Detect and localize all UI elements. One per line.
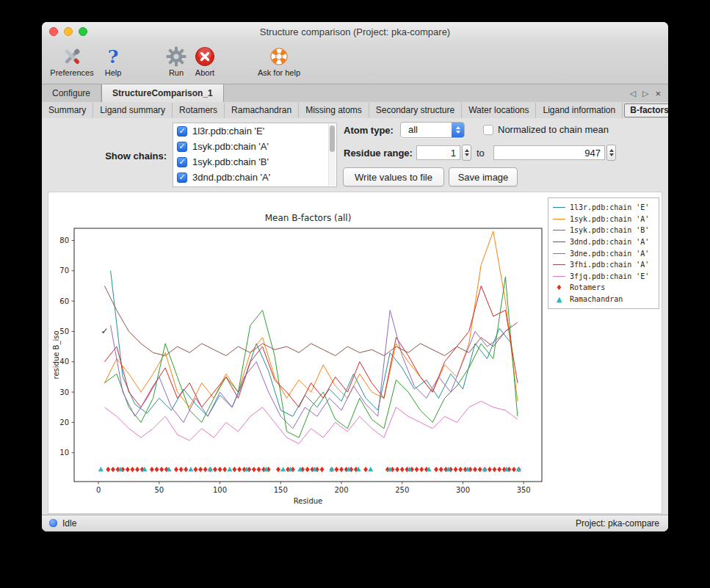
legend-label: 1syk.pdb:chain 'B'	[570, 226, 649, 234]
svg-text:10: 10	[59, 449, 69, 457]
tab-close-icon[interactable]: ×	[655, 88, 661, 99]
svg-text:80: 80	[59, 236, 69, 244]
write-values-button[interactable]: Write values to file	[343, 167, 444, 186]
tab-prev-icon[interactable]: ◁	[629, 89, 635, 98]
tab-ligand-summary[interactable]: Ligand summary	[93, 103, 173, 118]
svg-text:70: 70	[59, 266, 69, 275]
svg-text:350: 350	[517, 486, 531, 494]
chain-checkbox[interactable]: ✓	[177, 173, 187, 183]
abort-icon	[195, 46, 215, 68]
chain-checkbox[interactable]: ✓	[177, 157, 187, 167]
residue-to-field[interactable]: 947	[493, 145, 605, 160]
chain-checkbox[interactable]: ✓	[177, 126, 187, 137]
chain-label: 1l3r.pdb:chain 'E'	[192, 126, 264, 137]
chain-label: 1syk.pdb:chain 'A'	[192, 141, 269, 152]
legend-line-swatch	[553, 207, 565, 208]
normalized-label: Normalized to chain mean	[498, 124, 609, 135]
save-image-button[interactable]: Save image	[449, 167, 518, 186]
controls-panel: Show chains: ✓1l3r.pdb:chain 'E'✓1syk.pd…	[42, 118, 668, 192]
svg-text:200: 200	[334, 486, 348, 494]
legend-item: 3fhi.pdb:chain 'A'	[553, 259, 654, 271]
residue-range-label: Residue range:	[344, 148, 413, 159]
legend-line-swatch	[553, 264, 565, 265]
legend-label: 3fjq.pdb:chain 'E'	[570, 272, 649, 280]
toolbar-label: Preferences	[50, 68, 93, 77]
legend-item: 3dnd.pdb:chain 'A'	[553, 236, 654, 248]
residue-from-field[interactable]: 1	[416, 145, 460, 160]
svg-text:50: 50	[154, 486, 164, 494]
atom-type-dropdown[interactable]: all	[400, 122, 465, 138]
section-tabs: SummaryLigand summaryRotamersRamachandra…	[42, 102, 668, 119]
svg-text:0: 0	[96, 486, 101, 494]
tab-structurecomparison-1[interactable]: StructureComparison_1	[101, 84, 224, 102]
status-indicator-icon	[49, 519, 57, 527]
status-text: Idle	[62, 518, 76, 529]
normalized-checkbox-row[interactable]: Normalized to chain mean	[483, 124, 609, 135]
tab-b-factors[interactable]: B-factors	[624, 104, 668, 117]
legend-line-swatch	[553, 230, 565, 231]
life-ring-icon	[269, 46, 289, 68]
abort-button[interactable]: Abort	[190, 46, 220, 77]
tab-water-locations[interactable]: Water locations	[462, 103, 536, 118]
window-title: Structure comparison (Project: pka-compa…	[42, 26, 668, 37]
chain-list-scrollbar[interactable]	[328, 124, 336, 186]
app-window: Structure comparison (Project: pka-compa…	[42, 22, 668, 531]
legend-label: Ramachandran	[570, 295, 623, 303]
chain-list-item[interactable]: ✓3dnd.pdb:chain 'A'	[173, 170, 336, 185]
tab-ligand-information[interactable]: Ligand information	[536, 103, 623, 118]
legend-item: 1l3r.pdb:chain 'E'	[553, 202, 654, 214]
tab-missing-atoms[interactable]: Missing atoms	[299, 103, 369, 118]
tab-secondary-structure[interactable]: Secondary structure	[369, 103, 462, 118]
status-bar: Idle Project: pka-compare	[42, 515, 668, 531]
svg-text:150: 150	[274, 486, 288, 494]
tab-configure[interactable]: Configure	[42, 84, 101, 102]
tab-rotamers[interactable]: Rotamers	[173, 103, 225, 118]
chain-list-item[interactable]: ✓1syk.pdb:chain 'A'	[173, 139, 336, 154]
svg-text:residue B_iso: residue B_iso	[52, 330, 61, 379]
toolbar-label: Ask for help	[258, 68, 300, 77]
residue-from-stepper[interactable]	[462, 145, 471, 161]
svg-text:100: 100	[213, 486, 227, 494]
titlebar[interactable]: Structure comparison (Project: pka-compa…	[42, 22, 668, 43]
chain-label: 1syk.pdb:chain 'B'	[192, 156, 269, 167]
tab-ramachandran[interactable]: Ramachandran	[225, 103, 299, 118]
legend-label: 3dnd.pdb:chain 'A'	[570, 238, 649, 246]
legend-item: 3dne.pdb:chain 'A'	[553, 247, 654, 259]
project-name: Project: pka-compare	[576, 518, 659, 529]
legend-label: 1syk.pdb:chain 'A'	[570, 215, 649, 223]
gear-icon	[165, 46, 187, 68]
run-button[interactable]: Run	[164, 46, 189, 77]
preferences-button[interactable]: Preferences	[48, 46, 96, 77]
svg-text:50: 50	[59, 327, 69, 335]
show-chains-label: Show chains:	[49, 150, 167, 161]
toolbar-label: Help	[105, 68, 122, 77]
help-button[interactable]: ? Help	[101, 46, 126, 77]
svg-text:60: 60	[59, 297, 69, 305]
normalized-checkbox[interactable]	[483, 125, 493, 135]
legend-item: ♦Rotamers	[553, 282, 654, 294]
tab-next-icon[interactable]: ▷	[642, 89, 648, 98]
range-separator-label: to	[477, 148, 485, 159]
scrollbar-thumb[interactable]	[330, 126, 335, 152]
tools-icon	[61, 46, 83, 68]
legend-line-swatch	[553, 219, 565, 219]
residue-to-stepper[interactable]	[606, 145, 616, 161]
chain-list[interactable]: ✓1l3r.pdb:chain 'E'✓1syk.pdb:chain 'A'✓1…	[173, 123, 337, 187]
svg-text:✓: ✓	[101, 326, 108, 336]
legend-label: 1l3r.pdb:chain 'E'	[570, 203, 649, 211]
chain-list-item[interactable]: ✓1syk.pdb:chain 'B'	[173, 154, 336, 170]
legend-line-swatch	[553, 242, 565, 242]
tab-summary[interactable]: Summary	[42, 103, 93, 118]
tab-label: Configure	[52, 88, 90, 98]
chart-panel: 0501001502002503003501020304050607080Mea…	[48, 192, 662, 514]
chart-legend: 1l3r.pdb:chain 'E'1syk.pdb:chain 'A'1syk…	[548, 197, 659, 309]
svg-text:250: 250	[395, 486, 409, 494]
svg-text:Mean B-factors (all): Mean B-factors (all)	[265, 213, 352, 223]
legend-item: 1syk.pdb:chain 'B'	[553, 225, 654, 236]
chain-list-item[interactable]: ✓1l3r.pdb:chain 'E'	[173, 123, 336, 139]
document-tabs: Configure StructureComparison_1 ◁ ▷ ×	[42, 84, 668, 103]
svg-text:300: 300	[456, 486, 470, 494]
legend-line-swatch	[553, 253, 565, 254]
chain-checkbox[interactable]: ✓	[177, 142, 187, 152]
ask-for-help-button[interactable]: Ask for help	[253, 46, 305, 77]
